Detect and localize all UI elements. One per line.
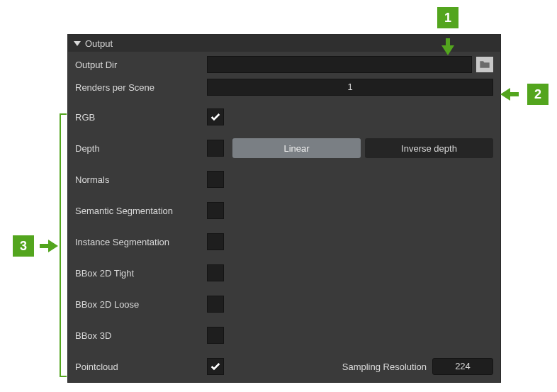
row-rgb: RGB: [68, 106, 500, 128]
output-dir-input[interactable]: [207, 56, 472, 73]
row-normals: Normals: [68, 168, 500, 191]
panel-title: Output: [85, 38, 113, 49]
label-bbox2d-loose: BBox 2D Loose: [75, 299, 207, 310]
checkbox-bbox3d[interactable]: [207, 327, 224, 344]
checkbox-semantic-seg[interactable]: [207, 202, 224, 219]
row-renders-per-scene: Renders per Scene 1: [68, 77, 500, 97]
label-bbox3d: BBox 3D: [75, 330, 207, 341]
renders-per-scene-input[interactable]: 1: [207, 79, 493, 96]
label-output-dir: Output Dir: [75, 60, 207, 70]
row-pointcloud: Pointcloud Sampling Resolution 224: [68, 355, 500, 378]
bracket-icon: [60, 113, 67, 377]
depth-linear-button[interactable]: Linear: [232, 138, 361, 158]
checkbox-rgb[interactable]: [207, 108, 224, 125]
row-bbox3d: BBox 3D: [68, 324, 500, 347]
sampling-resolution-input[interactable]: 224: [432, 358, 493, 375]
arrow-down-icon: [441, 45, 454, 55]
browse-folder-button[interactable]: [476, 57, 493, 72]
arrow-right-icon: [48, 240, 58, 252]
checkbox-normals[interactable]: [207, 171, 224, 188]
row-output-dir: Output Dir: [68, 55, 500, 74]
depth-mode-toggle: Linear Inverse depth: [232, 138, 493, 158]
checkbox-bbox2d-tight[interactable]: [207, 264, 224, 281]
label-depth: Depth: [75, 143, 207, 154]
check-icon: [210, 361, 221, 372]
arrow-left-icon: [500, 88, 510, 101]
callout-1: 1: [437, 7, 458, 28]
label-pointcloud: Pointcloud: [75, 362, 207, 372]
label-semantic-seg: Semantic Segmentation: [75, 206, 207, 216]
checkbox-instance-seg[interactable]: [207, 233, 224, 250]
label-normals: Normals: [75, 174, 207, 185]
row-bbox2d-loose: BBox 2D Loose: [68, 293, 500, 315]
label-bbox2d-tight: BBox 2D Tight: [75, 268, 207, 279]
row-bbox2d-tight: BBox 2D Tight: [68, 262, 500, 284]
label-sampling-resolution: Sampling Resolution: [342, 362, 427, 372]
checkbox-pointcloud[interactable]: [207, 358, 224, 375]
output-panel: Output Output Dir Renders per Scene 1 RG…: [67, 34, 501, 383]
panel-header[interactable]: Output: [68, 35, 500, 52]
row-depth: Depth Linear Inverse depth: [68, 137, 500, 159]
collapse-arrow-icon: [74, 41, 81, 46]
label-rgb: RGB: [75, 112, 207, 123]
checkbox-bbox2d-loose[interactable]: [207, 296, 224, 313]
depth-inverse-button[interactable]: Inverse depth: [365, 138, 493, 158]
label-renders-per-scene: Renders per Scene: [75, 82, 207, 93]
row-instance-seg: Instance Segmentation: [68, 230, 500, 253]
callout-3: 3: [13, 235, 34, 257]
folder-icon: [479, 60, 490, 69]
check-icon: [210, 111, 221, 123]
row-semantic-seg: Semantic Segmentation: [68, 199, 500, 222]
checkbox-depth[interactable]: [207, 140, 224, 157]
label-instance-seg: Instance Segmentation: [75, 237, 207, 247]
callout-2: 2: [527, 84, 548, 105]
